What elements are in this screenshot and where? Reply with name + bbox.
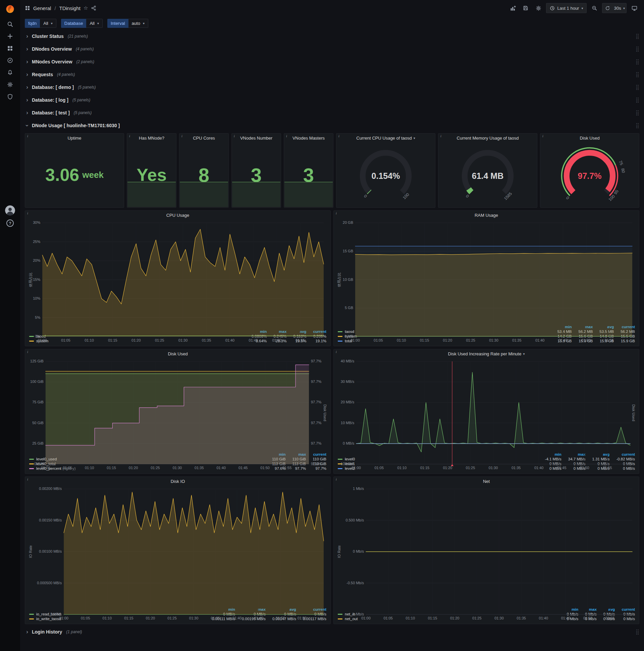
cpu-cores-value: 8 (180, 142, 228, 207)
x-axis-tick: 01:25 (464, 466, 477, 470)
row-drag-handle[interactable]: ⣿ (636, 46, 639, 52)
star-icon[interactable]: ☆ (84, 5, 88, 11)
save-dashboard-button[interactable] (521, 3, 530, 13)
panel-title[interactable]: Disk Used (540, 133, 639, 142)
panel-ram-usage-chart: i RAM Usage 20 GB15 GB10 GB5 GB0 MB01:00… (333, 210, 639, 346)
refresh-picker: 30s ▾ (602, 3, 626, 13)
x-axis-tick: 01:30 (487, 466, 500, 470)
x-axis-tick: 01:20 (448, 616, 461, 620)
row-drag-handle[interactable]: ⣿ (636, 59, 639, 65)
sidebar-item-dashboards[interactable] (0, 42, 20, 54)
memory-usage-gauge: 01585 61.4 MB (441, 143, 534, 205)
panel-title[interactable]: Disk Used Increasing Rate per Minute▾ (334, 349, 639, 358)
row-drag-handle[interactable]: ⣿ (636, 33, 639, 39)
panel-title[interactable]: Disk Used (25, 349, 330, 358)
row-panel-count: (4 panels) (76, 46, 94, 51)
panel-title[interactable]: CPU Cores (180, 133, 228, 142)
row-drag-handle[interactable]: ⣿ (636, 629, 639, 635)
row-drag-handle[interactable]: ⣿ (636, 110, 639, 116)
row-login-history[interactable]: › Login History (1 panel) ⣿ (25, 627, 639, 637)
cpu-usage-plot: 30%25%20%15%10%5%0%01:0001:0501:1001:150… (27, 220, 328, 329)
sidebar-item-create[interactable] (0, 30, 20, 42)
info-icon[interactable]: i (129, 134, 130, 138)
add-panel-button[interactable] (508, 3, 518, 13)
chart-canvas (336, 359, 637, 471)
panel-title[interactable]: CPU Usage (25, 211, 330, 219)
panel-disk-used-gauge: i Disk Used 0758095100 97.7% (540, 133, 639, 208)
info-icon[interactable]: i (336, 211, 337, 215)
info-icon[interactable]: i (286, 134, 287, 138)
x-axis-tick: 01:05 (372, 466, 386, 470)
panel-title[interactable]: Uptime (25, 133, 124, 142)
variable-interval-value[interactable]: auto▾ (128, 19, 148, 28)
panel-title[interactable]: RAM Usage (334, 211, 639, 219)
disk-used-plot: 125 GiB97.7%100 GiB97.7%75 GiB97.7%50 Gi… (27, 359, 328, 452)
x-axis-tick: 01:50 (579, 338, 593, 342)
info-icon[interactable]: i (27, 350, 28, 354)
x-axis-tick: 01:30 (487, 338, 501, 342)
dashboard-settings-button[interactable] (533, 3, 543, 13)
x-axis-tick: 01:05 (79, 616, 92, 620)
refresh-interval-dropdown[interactable]: 30s ▾ (612, 3, 626, 13)
info-icon[interactable]: i (441, 134, 442, 138)
page-title[interactable]: TDinsight (59, 5, 80, 11)
sidebar-item-server-admin[interactable] (0, 91, 20, 103)
user-avatar[interactable] (5, 205, 15, 215)
panel-title[interactable]: Net (334, 477, 639, 486)
x-axis-tick: 01:10 (395, 338, 408, 342)
x-axis-tick: 01:55 (295, 616, 309, 620)
row-requests[interactable]: › Requests (4 panels) ⣿ (25, 69, 639, 80)
right-axis-label: Disk Used (323, 404, 327, 421)
chevron-right-icon: › (25, 628, 30, 635)
breadcrumb-section[interactable]: General (33, 5, 51, 11)
time-range-picker[interactable]: Last 1 hour ▾ (546, 3, 587, 13)
row-database-log[interactable]: › Database: [ log ] (5 panels) ⣿ (25, 95, 639, 105)
row-dnode-usage[interactable]: › DNode Usage [ huolinhe-TM1701:6030 ] ⣿ (25, 121, 639, 130)
variable-database-value[interactable]: All▾ (86, 19, 102, 28)
info-icon[interactable]: i (336, 477, 337, 481)
share-icon[interactable] (91, 5, 96, 11)
x-axis-tick: 01:45 (556, 338, 570, 342)
panel-title[interactable]: Has MNode? (127, 133, 176, 142)
chevron-right-icon: › (25, 84, 30, 91)
panel-title[interactable]: VNodes Number (232, 133, 281, 142)
y-axis-tick: 5% (27, 315, 40, 319)
info-icon[interactable]: i (542, 134, 543, 138)
grafana-logo[interactable] (0, 0, 20, 18)
info-icon[interactable]: i (234, 134, 235, 138)
sidebar-item-alerting[interactable] (0, 66, 20, 79)
save-icon (523, 5, 528, 11)
sidebar-item-explore[interactable] (0, 54, 20, 66)
cycle-view-button[interactable] (629, 3, 639, 13)
y-axis-tick: 100 GiB (27, 379, 43, 383)
info-icon[interactable]: i (27, 211, 28, 215)
info-icon[interactable]: i (27, 477, 28, 481)
info-icon[interactable]: i (336, 350, 337, 354)
row-mnodes-overview[interactable]: › MNodes Overview (2 panels) ⣿ (25, 57, 639, 67)
row-drag-handle[interactable]: ⣿ (636, 84, 639, 90)
right-axis-tick: 97.7% (311, 441, 321, 445)
info-icon[interactable]: i (27, 134, 28, 138)
x-axis-tick: 01:20 (127, 466, 140, 470)
row-database-demo[interactable]: › Database: [ demo ] (5 panels) ⣿ (25, 82, 639, 92)
sidebar-item-configuration[interactable] (0, 79, 20, 91)
sidebar-item-search[interactable] (0, 18, 20, 30)
row-drag-handle[interactable]: ⣿ (636, 97, 639, 103)
refresh-button[interactable] (603, 3, 612, 13)
row-database-test[interactable]: › Database: [ test ] (5 panels) ⣿ (25, 108, 639, 118)
zoom-out-button[interactable] (589, 3, 600, 13)
panel-title[interactable]: Disk IO (25, 477, 330, 486)
info-icon[interactable]: i (339, 134, 340, 138)
panel-title[interactable]: Current Memory Usage of taosd (439, 133, 537, 142)
panel-title[interactable]: VNodes Masters (284, 133, 333, 142)
variable-fqdn-value[interactable]: All▾ (40, 19, 56, 28)
chevron-right-icon: › (25, 71, 30, 78)
row-cluster-status[interactable]: › Cluster Status (21 panels) ⣿ (25, 31, 639, 41)
row-dnodes-overview[interactable]: › DNodes Overview (4 panels) ⣿ (25, 44, 639, 54)
info-icon[interactable]: i (182, 134, 183, 138)
row-drag-handle[interactable]: ⣿ (636, 71, 639, 78)
panel-title[interactable]: Current CPU Usage of taosd▾ (336, 133, 435, 142)
chevron-down-icon: › (24, 123, 31, 128)
help-icon[interactable]: ? (6, 219, 14, 227)
row-drag-handle[interactable]: ⣿ (636, 122, 639, 128)
